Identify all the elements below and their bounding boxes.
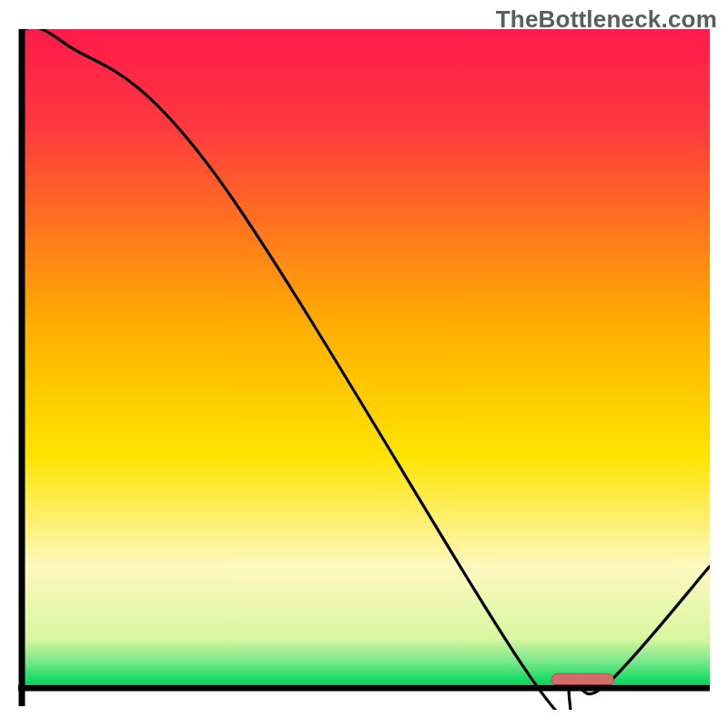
chart-svg (18, 29, 710, 710)
gradient-background (22, 29, 710, 684)
chart-plot-area (18, 29, 710, 710)
optimal-marker (551, 673, 613, 685)
chart-frame: TheBottleneck.com (0, 0, 728, 728)
